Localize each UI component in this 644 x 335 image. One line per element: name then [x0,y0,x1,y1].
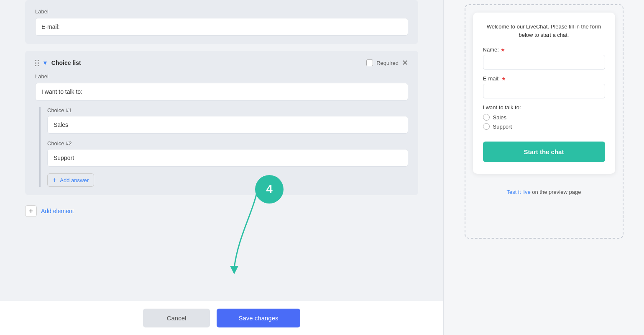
preview-email-field: E-mail: ★ [483,75,605,98]
choice2-label: Choice #2 [47,140,408,147]
drag-handle[interactable] [35,60,39,66]
preview-email-label: E-mail: ★ [483,75,605,82]
email-card: Label [25,0,418,44]
action-bar: Cancel Save changes [0,301,443,335]
choice-item-1: Choice #1 [47,107,408,134]
preview-choice-label: I want to talk to: [483,104,605,111]
name-required-star: ★ [501,47,505,53]
right-panel: Welcome to our LiveChat. Please fill in … [443,0,644,335]
add-element-label[interactable]: Add element [41,208,74,214]
choice-item-2: Choice #2 [47,140,408,167]
add-element-row: + Add element [25,205,418,217]
choice-card-header-left: ▼ Choice list [35,59,81,66]
choice-list-card: ▼ Choice list Required ✕ Label Choice #1 [25,51,418,195]
step-4-bubble: 4 [255,175,284,204]
left-panel: Label ▼ Choice list [0,0,443,335]
preview-email-input[interactable] [483,84,605,98]
choice-list-title: Choice list [51,59,81,66]
test-on-preview-text: on the preview page [532,189,581,195]
required-area: Required ✕ [366,59,408,67]
preview-wrapper: Welcome to our LiveChat. Please fill in … [444,0,644,195]
step-number: 4 [266,183,273,196]
preview-radio-support: Support [483,123,605,130]
save-changes-button[interactable]: Save changes [217,309,300,327]
radio-support-label: Support [493,124,512,130]
test-it-live-link[interactable]: Test it live [507,189,531,195]
start-chat-button[interactable]: Start the chat [483,142,605,162]
close-button[interactable]: ✕ [402,59,408,67]
email-input[interactable] [35,18,408,36]
add-element-button[interactable]: + [25,205,37,217]
cancel-button[interactable]: Cancel [143,309,210,327]
radio-sales-label: Sales [493,114,507,121]
chevron-down-icon[interactable]: ▼ [42,59,48,66]
main-layout: Label ▼ Choice list [0,0,644,335]
preview-name-field: Name: ★ [483,46,605,70]
preview-name-label: Name: ★ [483,46,605,53]
preview-choice-field: I want to talk to: Sales Support [483,104,605,130]
preview-radio-sales: Sales [483,114,605,121]
choice1-label: Choice #1 [47,107,408,113]
choices-container: Choice #1 Choice #2 + Add answer [39,107,408,187]
preview-card: Welcome to our LiveChat. Please fill in … [473,13,615,174]
email-card-label: Label [35,8,408,15]
radio-sales[interactable] [483,114,490,121]
radio-support[interactable] [483,123,490,130]
choice2-input[interactable] [47,149,408,167]
choice-label-text: Label [35,73,408,80]
required-checkbox[interactable] [366,59,373,66]
required-label: Required [376,60,399,66]
plus-icon: + [53,176,56,184]
add-answer-label: Add answer [60,177,89,183]
add-answer-button[interactable]: + Add answer [47,173,94,187]
preview-welcome-text: Welcome to our LiveChat. Please fill in … [483,23,605,39]
choice1-input[interactable] [47,116,408,134]
test-it-live-row: Test it live on the preview page [507,189,581,195]
email-required-star: ★ [501,76,506,82]
choice-label-input[interactable] [35,83,408,100]
choice-card-header: ▼ Choice list Required ✕ [35,59,408,67]
preview-name-input[interactable] [483,55,605,70]
